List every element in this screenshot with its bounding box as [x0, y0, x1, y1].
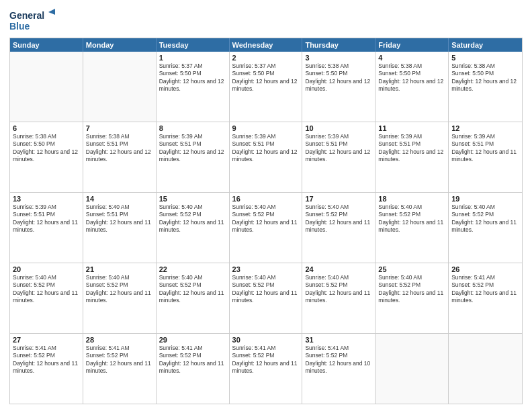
- calendar-body: 1 Sunrise: 5:37 AMSunset: 5:50 PMDayligh…: [10, 52, 522, 404]
- cell-info: Sunrise: 5:40 AMSunset: 5:52 PMDaylight:…: [378, 274, 443, 304]
- cell-info: Sunrise: 5:39 AMSunset: 5:51 PMDaylight:…: [305, 133, 370, 163]
- day-cell-3: 3 Sunrise: 5:38 AMSunset: 5:50 PMDayligh…: [302, 52, 375, 122]
- day-number: 9: [232, 124, 300, 132]
- cell-info: Sunrise: 5:40 AMSunset: 5:52 PMDaylight:…: [305, 274, 370, 304]
- cell-info: Sunrise: 5:41 AMSunset: 5:52 PMDaylight:…: [86, 345, 151, 374]
- day-number: 8: [159, 124, 226, 132]
- cell-info: Sunrise: 5:40 AMSunset: 5:52 PMDaylight:…: [159, 274, 224, 304]
- day-cell-16: 16 Sunrise: 5:40 AMSunset: 5:52 PMDaylig…: [230, 193, 303, 263]
- day-cell-26: 26 Sunrise: 5:41 AMSunset: 5:52 PMDaylig…: [449, 263, 522, 333]
- day-number: 28: [86, 336, 153, 344]
- svg-text:Blue: Blue: [9, 21, 30, 32]
- cell-info: Sunrise: 5:39 AMSunset: 5:51 PMDaylight:…: [378, 133, 443, 163]
- day-number: 19: [451, 195, 519, 203]
- calendar: SundayMondayTuesdayWednesdayThursdayFrid…: [9, 38, 523, 404]
- day-cell-2: 2 Sunrise: 5:37 AMSunset: 5:50 PMDayligh…: [230, 52, 303, 122]
- day-cell-1: 1 Sunrise: 5:37 AMSunset: 5:50 PMDayligh…: [157, 52, 230, 122]
- cell-info: Sunrise: 5:38 AMSunset: 5:50 PMDaylight:…: [13, 133, 78, 163]
- cell-info: Sunrise: 5:40 AMSunset: 5:52 PMDaylight:…: [378, 203, 443, 233]
- day-number: 18: [378, 195, 445, 203]
- cell-info: Sunrise: 5:39 AMSunset: 5:51 PMDaylight:…: [13, 203, 78, 233]
- cell-info: Sunrise: 5:41 AMSunset: 5:52 PMDaylight:…: [305, 345, 370, 374]
- day-cell-10: 10 Sunrise: 5:39 AMSunset: 5:51 PMDaylig…: [302, 122, 375, 192]
- day-number: 16: [232, 195, 300, 203]
- day-cell-20: 20 Sunrise: 5:40 AMSunset: 5:52 PMDaylig…: [10, 263, 83, 333]
- cell-info: Sunrise: 5:41 AMSunset: 5:52 PMDaylight:…: [13, 345, 78, 374]
- day-cell-17: 17 Sunrise: 5:40 AMSunset: 5:52 PMDaylig…: [302, 193, 375, 263]
- empty-cell: [10, 52, 83, 122]
- header-day-saturday: Saturday: [449, 38, 522, 52]
- cell-info: Sunrise: 5:41 AMSunset: 5:52 PMDaylight:…: [232, 345, 298, 374]
- day-number: 3: [305, 54, 372, 62]
- day-cell-8: 8 Sunrise: 5:39 AMSunset: 5:51 PMDayligh…: [157, 122, 230, 192]
- day-cell-24: 24 Sunrise: 5:40 AMSunset: 5:52 PMDaylig…: [302, 263, 375, 333]
- day-cell-5: 5 Sunrise: 5:38 AMSunset: 5:50 PMDayligh…: [449, 52, 522, 122]
- svg-marker-2: [48, 9, 55, 15]
- day-number: 7: [86, 124, 153, 132]
- week-row-2: 6 Sunrise: 5:38 AMSunset: 5:50 PMDayligh…: [10, 122, 522, 192]
- day-cell-18: 18 Sunrise: 5:40 AMSunset: 5:52 PMDaylig…: [375, 193, 449, 263]
- day-number: 25: [378, 265, 445, 273]
- day-cell-13: 13 Sunrise: 5:39 AMSunset: 5:51 PMDaylig…: [10, 193, 83, 263]
- day-number: 4: [378, 54, 445, 62]
- day-cell-31: 31 Sunrise: 5:41 AMSunset: 5:52 PMDaylig…: [302, 334, 375, 404]
- day-number: 17: [305, 195, 372, 203]
- cell-info: Sunrise: 5:40 AMSunset: 5:52 PMDaylight:…: [159, 203, 224, 233]
- day-cell-25: 25 Sunrise: 5:40 AMSunset: 5:52 PMDaylig…: [375, 263, 449, 333]
- cell-info: Sunrise: 5:39 AMSunset: 5:51 PMDaylight:…: [159, 133, 224, 163]
- day-cell-9: 9 Sunrise: 5:39 AMSunset: 5:51 PMDayligh…: [230, 122, 303, 192]
- day-cell-21: 21 Sunrise: 5:40 AMSunset: 5:52 PMDaylig…: [83, 263, 157, 333]
- cell-info: Sunrise: 5:41 AMSunset: 5:52 PMDaylight:…: [451, 274, 517, 304]
- header-day-thursday: Thursday: [302, 38, 375, 52]
- cell-info: Sunrise: 5:38 AMSunset: 5:50 PMDaylight:…: [451, 62, 517, 92]
- day-cell-29: 29 Sunrise: 5:41 AMSunset: 5:52 PMDaylig…: [157, 334, 230, 404]
- day-number: 31: [305, 336, 372, 344]
- day-number: 21: [86, 265, 153, 273]
- day-cell-19: 19 Sunrise: 5:40 AMSunset: 5:52 PMDaylig…: [449, 193, 522, 263]
- day-number: 13: [13, 195, 80, 203]
- cell-info: Sunrise: 5:38 AMSunset: 5:51 PMDaylight:…: [86, 133, 151, 163]
- day-number: 14: [86, 195, 153, 203]
- day-number: 24: [305, 265, 372, 273]
- day-number: 20: [13, 265, 80, 273]
- header-day-tuesday: Tuesday: [157, 38, 230, 52]
- day-number: 29: [159, 336, 226, 344]
- header-day-monday: Monday: [83, 38, 157, 52]
- cell-info: Sunrise: 5:40 AMSunset: 5:52 PMDaylight:…: [86, 274, 151, 304]
- day-cell-22: 22 Sunrise: 5:40 AMSunset: 5:52 PMDaylig…: [157, 263, 230, 333]
- day-number: 5: [451, 54, 519, 62]
- cell-info: Sunrise: 5:40 AMSunset: 5:52 PMDaylight:…: [305, 203, 370, 233]
- empty-cell: [83, 52, 157, 122]
- svg-text:General: General: [9, 10, 44, 21]
- day-number: 22: [159, 265, 226, 273]
- day-number: 27: [13, 336, 80, 344]
- day-cell-7: 7 Sunrise: 5:38 AMSunset: 5:51 PMDayligh…: [83, 122, 157, 192]
- week-row-5: 27 Sunrise: 5:41 AMSunset: 5:52 PMDaylig…: [10, 333, 522, 404]
- header-day-wednesday: Wednesday: [230, 38, 303, 52]
- day-cell-23: 23 Sunrise: 5:40 AMSunset: 5:52 PMDaylig…: [230, 263, 303, 333]
- cell-info: Sunrise: 5:40 AMSunset: 5:51 PMDaylight:…: [86, 203, 151, 233]
- week-row-1: 1 Sunrise: 5:37 AMSunset: 5:50 PMDayligh…: [10, 52, 522, 122]
- day-number: 30: [232, 336, 300, 344]
- week-row-4: 20 Sunrise: 5:40 AMSunset: 5:52 PMDaylig…: [10, 263, 522, 333]
- header-day-sunday: Sunday: [10, 38, 83, 52]
- day-cell-11: 11 Sunrise: 5:39 AMSunset: 5:51 PMDaylig…: [375, 122, 449, 192]
- day-number: 11: [378, 124, 445, 132]
- cell-info: Sunrise: 5:37 AMSunset: 5:50 PMDaylight:…: [159, 62, 224, 92]
- day-number: 2: [232, 54, 300, 62]
- day-number: 12: [451, 124, 519, 132]
- day-number: 6: [13, 124, 80, 132]
- day-number: 15: [159, 195, 226, 203]
- day-number: 26: [451, 265, 519, 273]
- cell-info: Sunrise: 5:40 AMSunset: 5:52 PMDaylight:…: [232, 203, 298, 233]
- calendar-header: SundayMondayTuesdayWednesdayThursdayFrid…: [10, 38, 522, 52]
- day-cell-12: 12 Sunrise: 5:39 AMSunset: 5:51 PMDaylig…: [449, 122, 522, 192]
- logo: General Blue: [9, 7, 56, 34]
- cell-info: Sunrise: 5:39 AMSunset: 5:51 PMDaylight:…: [451, 133, 517, 163]
- day-number: 10: [305, 124, 372, 132]
- cell-info: Sunrise: 5:38 AMSunset: 5:50 PMDaylight:…: [378, 62, 443, 92]
- cell-info: Sunrise: 5:37 AMSunset: 5:50 PMDaylight:…: [232, 62, 298, 92]
- page-header: General Blue: [9, 7, 523, 34]
- day-cell-27: 27 Sunrise: 5:41 AMSunset: 5:52 PMDaylig…: [10, 334, 83, 404]
- day-cell-15: 15 Sunrise: 5:40 AMSunset: 5:52 PMDaylig…: [157, 193, 230, 263]
